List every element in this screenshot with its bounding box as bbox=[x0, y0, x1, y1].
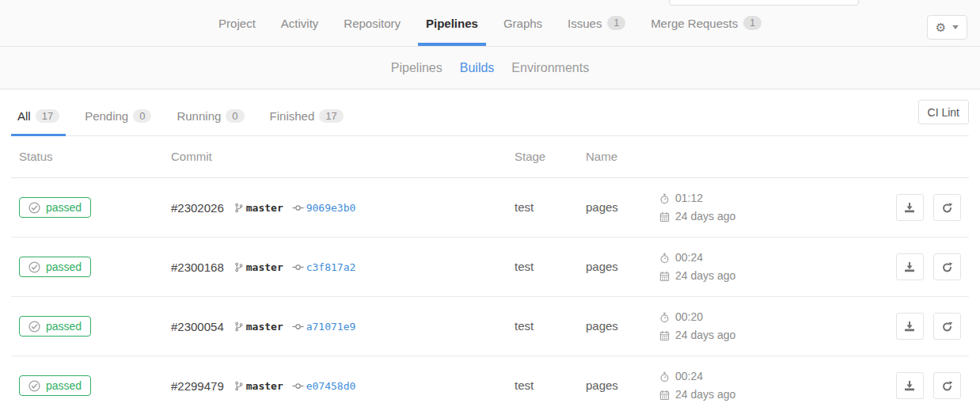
commit-sha-link[interactable]: e07458d0 bbox=[306, 380, 356, 392]
sub-nav-item[interactable]: Environments bbox=[511, 61, 589, 75]
top-nav-item[interactable]: Graphs bbox=[496, 0, 550, 46]
sub-nav-item[interactable]: Pipelines bbox=[391, 61, 443, 75]
top-nav-item[interactable]: Activity bbox=[273, 0, 327, 46]
filter-tab-label: Finished bbox=[270, 109, 315, 123]
age-value: 24 days ago bbox=[675, 207, 735, 226]
stage-value: test bbox=[515, 200, 534, 214]
build-row: passed #2300054 master bbox=[11, 297, 969, 356]
filter-tab[interactable]: All 17 bbox=[11, 100, 66, 136]
status-badge[interactable]: passed bbox=[19, 197, 91, 218]
status-label: passed bbox=[46, 201, 82, 214]
top-nav-item[interactable]: Project bbox=[211, 0, 264, 46]
top-nav-band: Project Activity Repository Pipelines Gr… bbox=[0, 0, 980, 47]
age-value: 24 days ago bbox=[675, 326, 735, 344]
top-nav-item[interactable]: Repository bbox=[336, 0, 408, 46]
commit-sha-link[interactable]: a71071e9 bbox=[306, 321, 356, 333]
build-id-link[interactable]: #2300054 bbox=[171, 320, 224, 333]
status-badge[interactable]: passed bbox=[19, 316, 91, 337]
stopwatch-icon bbox=[659, 193, 670, 204]
search-input[interactable] bbox=[669, 0, 859, 6]
tabs-list: All 17 Pending 0 Running 0 Finished 17 bbox=[11, 100, 969, 136]
top-nav-item-label: Pipelines bbox=[426, 17, 478, 30]
chevron-down-icon bbox=[952, 25, 959, 29]
stage-value: test bbox=[515, 319, 534, 333]
top-nav-item-label: Merge Requests bbox=[651, 17, 738, 30]
build-name-link[interactable]: pages bbox=[586, 260, 618, 273]
build-row: passed #2300168 master bbox=[11, 238, 969, 297]
status-badge[interactable]: passed bbox=[19, 257, 91, 277]
calendar-icon bbox=[659, 390, 670, 401]
stopwatch-icon bbox=[659, 253, 670, 264]
age-value: 24 days ago bbox=[675, 267, 735, 285]
nav-count-badge: 1 bbox=[607, 16, 625, 30]
build-id-link[interactable]: #2299479 bbox=[171, 379, 224, 393]
download-artifacts-button[interactable] bbox=[896, 372, 924, 399]
branch-link[interactable]: master bbox=[246, 380, 283, 392]
build-id-link[interactable]: #2300168 bbox=[171, 261, 224, 274]
duration-value: 01:12 bbox=[675, 189, 703, 207]
nav-count-badge: 1 bbox=[743, 16, 762, 30]
check-circle-icon bbox=[28, 321, 40, 333]
build-name-link[interactable]: pages bbox=[586, 200, 618, 214]
filter-tab-count: 0 bbox=[133, 109, 151, 123]
calendar-icon bbox=[659, 271, 670, 282]
status-badge[interactable]: passed bbox=[19, 375, 91, 396]
gear-icon: ⚙ bbox=[936, 21, 946, 33]
commit-sha-link[interactable]: c3f817a2 bbox=[306, 261, 356, 273]
build-name-link[interactable]: pages bbox=[586, 319, 618, 333]
commit-icon bbox=[292, 321, 304, 333]
stopwatch-icon bbox=[659, 371, 670, 382]
retry-build-button[interactable] bbox=[933, 372, 961, 399]
top-nav-item[interactable]: Issues 1 bbox=[560, 0, 633, 46]
build-id-link[interactable]: #2302026 bbox=[171, 201, 224, 215]
column-header-commit: Commit bbox=[163, 136, 507, 178]
build-name-link[interactable]: pages bbox=[586, 378, 618, 392]
retry-build-button[interactable] bbox=[933, 313, 961, 340]
build-row: passed #2302026 master bbox=[11, 178, 969, 238]
column-header-timing bbox=[651, 136, 802, 178]
check-circle-icon bbox=[28, 202, 40, 214]
settings-dropdown-button[interactable]: ⚙ bbox=[927, 15, 967, 40]
branch-link[interactable]: master bbox=[246, 321, 283, 333]
retry-build-button[interactable] bbox=[933, 253, 961, 280]
download-artifacts-button[interactable] bbox=[896, 253, 924, 280]
top-nav-item-label: Activity bbox=[281, 17, 319, 30]
top-nav-item[interactable]: Pipelines bbox=[418, 0, 486, 46]
duration-value: 00:20 bbox=[675, 308, 703, 326]
filter-tab-label: Pending bbox=[85, 109, 128, 123]
branch-icon bbox=[234, 203, 243, 213]
duration-value: 00:24 bbox=[675, 367, 703, 386]
download-artifacts-button[interactable] bbox=[896, 194, 924, 221]
builds-filter-tabs: All 17 Pending 0 Running 0 Finished 17 C… bbox=[11, 89, 969, 136]
filter-tab-label: All bbox=[17, 109, 31, 123]
commit-icon bbox=[292, 380, 304, 392]
filter-tab-label: Running bbox=[177, 109, 221, 123]
column-header-actions bbox=[802, 136, 969, 178]
stage-value: test bbox=[515, 260, 534, 273]
status-label: passed bbox=[46, 320, 82, 333]
branch-link[interactable]: master bbox=[246, 261, 283, 273]
check-circle-icon bbox=[28, 380, 40, 392]
calendar-icon bbox=[659, 211, 670, 223]
build-row: passed #2299479 master bbox=[11, 356, 969, 407]
ci-lint-button[interactable]: CI Lint bbox=[918, 100, 969, 124]
stage-value: test bbox=[515, 378, 534, 392]
filter-tab[interactable]: Finished 17 bbox=[264, 100, 350, 136]
top-nav-item[interactable]: Merge Requests 1 bbox=[643, 0, 769, 46]
top-nav-item-label: Issues bbox=[568, 17, 602, 30]
branch-icon bbox=[234, 381, 243, 391]
status-label: passed bbox=[46, 261, 82, 273]
column-header-stage: Stage bbox=[507, 136, 578, 178]
retry-build-button[interactable] bbox=[933, 194, 961, 221]
age-value: 24 days ago bbox=[675, 386, 735, 404]
commit-sha-link[interactable]: 9069e3b0 bbox=[306, 202, 356, 214]
filter-tab[interactable]: Pending 0 bbox=[78, 100, 158, 136]
sub-nav-item[interactable]: Builds bbox=[460, 61, 495, 75]
branch-link[interactable]: master bbox=[246, 202, 283, 214]
download-artifacts-button[interactable] bbox=[896, 313, 924, 340]
top-nav-item-label: Project bbox=[218, 17, 256, 30]
filter-tab[interactable]: Running 0 bbox=[170, 100, 250, 136]
commit-icon bbox=[292, 202, 304, 214]
sub-nav-band: Pipelines Builds Environments bbox=[0, 47, 980, 89]
calendar-icon bbox=[659, 330, 670, 341]
